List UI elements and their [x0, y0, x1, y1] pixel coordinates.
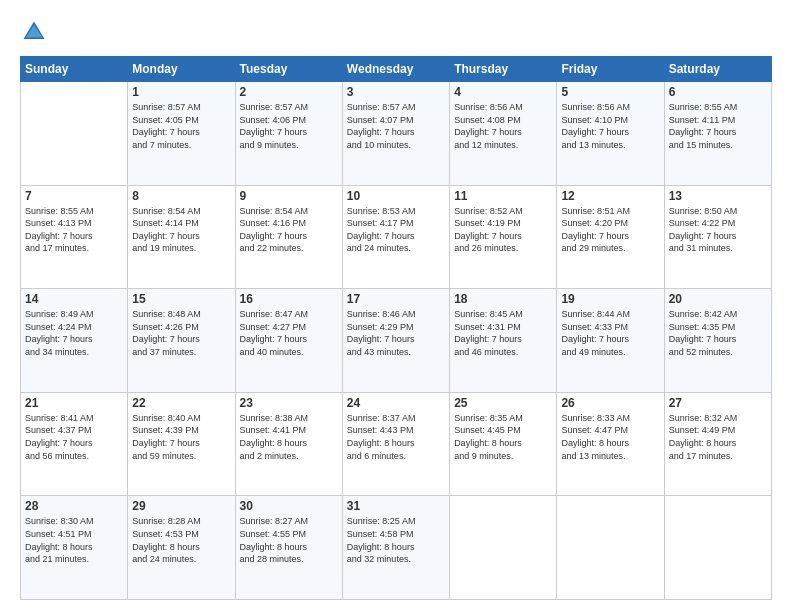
- calendar-cell: 8Sunrise: 8:54 AMSunset: 4:14 PMDaylight…: [128, 185, 235, 289]
- calendar-cell: 30Sunrise: 8:27 AMSunset: 4:55 PMDayligh…: [235, 496, 342, 600]
- calendar-cell: 26Sunrise: 8:33 AMSunset: 4:47 PMDayligh…: [557, 392, 664, 496]
- day-number: 15: [132, 292, 230, 306]
- day-info: Sunrise: 8:54 AMSunset: 4:14 PMDaylight:…: [132, 205, 230, 255]
- day-info: Sunrise: 8:55 AMSunset: 4:13 PMDaylight:…: [25, 205, 123, 255]
- calendar-cell: 12Sunrise: 8:51 AMSunset: 4:20 PMDayligh…: [557, 185, 664, 289]
- header-sunday: Sunday: [21, 57, 128, 82]
- day-info: Sunrise: 8:30 AMSunset: 4:51 PMDaylight:…: [25, 515, 123, 565]
- header-thursday: Thursday: [450, 57, 557, 82]
- day-number: 20: [669, 292, 767, 306]
- header-tuesday: Tuesday: [235, 57, 342, 82]
- week-row-3: 14Sunrise: 8:49 AMSunset: 4:24 PMDayligh…: [21, 289, 772, 393]
- day-number: 6: [669, 85, 767, 99]
- page: SundayMondayTuesdayWednesdayThursdayFrid…: [0, 0, 792, 612]
- day-info: Sunrise: 8:48 AMSunset: 4:26 PMDaylight:…: [132, 308, 230, 358]
- calendar-cell: 14Sunrise: 8:49 AMSunset: 4:24 PMDayligh…: [21, 289, 128, 393]
- calendar-cell: 18Sunrise: 8:45 AMSunset: 4:31 PMDayligh…: [450, 289, 557, 393]
- calendar-table: SundayMondayTuesdayWednesdayThursdayFrid…: [20, 56, 772, 600]
- day-info: Sunrise: 8:45 AMSunset: 4:31 PMDaylight:…: [454, 308, 552, 358]
- day-number: 23: [240, 396, 338, 410]
- calendar-cell: 11Sunrise: 8:52 AMSunset: 4:19 PMDayligh…: [450, 185, 557, 289]
- day-info: Sunrise: 8:53 AMSunset: 4:17 PMDaylight:…: [347, 205, 445, 255]
- day-info: Sunrise: 8:35 AMSunset: 4:45 PMDaylight:…: [454, 412, 552, 462]
- day-number: 1: [132, 85, 230, 99]
- day-number: 14: [25, 292, 123, 306]
- calendar-cell: [557, 496, 664, 600]
- day-number: 19: [561, 292, 659, 306]
- calendar-body: 1Sunrise: 8:57 AMSunset: 4:05 PMDaylight…: [21, 82, 772, 600]
- week-row-2: 7Sunrise: 8:55 AMSunset: 4:13 PMDaylight…: [21, 185, 772, 289]
- header-row: SundayMondayTuesdayWednesdayThursdayFrid…: [21, 57, 772, 82]
- day-number: 25: [454, 396, 552, 410]
- day-info: Sunrise: 8:49 AMSunset: 4:24 PMDaylight:…: [25, 308, 123, 358]
- day-number: 12: [561, 189, 659, 203]
- day-number: 26: [561, 396, 659, 410]
- calendar-cell: 21Sunrise: 8:41 AMSunset: 4:37 PMDayligh…: [21, 392, 128, 496]
- day-info: Sunrise: 8:41 AMSunset: 4:37 PMDaylight:…: [25, 412, 123, 462]
- day-info: Sunrise: 8:56 AMSunset: 4:10 PMDaylight:…: [561, 101, 659, 151]
- header-friday: Friday: [557, 57, 664, 82]
- week-row-5: 28Sunrise: 8:30 AMSunset: 4:51 PMDayligh…: [21, 496, 772, 600]
- day-info: Sunrise: 8:27 AMSunset: 4:55 PMDaylight:…: [240, 515, 338, 565]
- day-number: 22: [132, 396, 230, 410]
- logo-icon: [20, 18, 48, 46]
- day-info: Sunrise: 8:38 AMSunset: 4:41 PMDaylight:…: [240, 412, 338, 462]
- header: [20, 18, 772, 46]
- day-number: 27: [669, 396, 767, 410]
- day-info: Sunrise: 8:42 AMSunset: 4:35 PMDaylight:…: [669, 308, 767, 358]
- day-info: Sunrise: 8:28 AMSunset: 4:53 PMDaylight:…: [132, 515, 230, 565]
- day-info: Sunrise: 8:55 AMSunset: 4:11 PMDaylight:…: [669, 101, 767, 151]
- day-number: 17: [347, 292, 445, 306]
- calendar-cell: 25Sunrise: 8:35 AMSunset: 4:45 PMDayligh…: [450, 392, 557, 496]
- day-number: 18: [454, 292, 552, 306]
- calendar-cell: 20Sunrise: 8:42 AMSunset: 4:35 PMDayligh…: [664, 289, 771, 393]
- day-info: Sunrise: 8:54 AMSunset: 4:16 PMDaylight:…: [240, 205, 338, 255]
- calendar-cell: 5Sunrise: 8:56 AMSunset: 4:10 PMDaylight…: [557, 82, 664, 186]
- day-number: 4: [454, 85, 552, 99]
- calendar-cell: 10Sunrise: 8:53 AMSunset: 4:17 PMDayligh…: [342, 185, 449, 289]
- day-info: Sunrise: 8:51 AMSunset: 4:20 PMDaylight:…: [561, 205, 659, 255]
- calendar-cell: 3Sunrise: 8:57 AMSunset: 4:07 PMDaylight…: [342, 82, 449, 186]
- day-info: Sunrise: 8:46 AMSunset: 4:29 PMDaylight:…: [347, 308, 445, 358]
- calendar-cell: 13Sunrise: 8:50 AMSunset: 4:22 PMDayligh…: [664, 185, 771, 289]
- day-info: Sunrise: 8:57 AMSunset: 4:07 PMDaylight:…: [347, 101, 445, 151]
- day-info: Sunrise: 8:33 AMSunset: 4:47 PMDaylight:…: [561, 412, 659, 462]
- calendar-cell: 22Sunrise: 8:40 AMSunset: 4:39 PMDayligh…: [128, 392, 235, 496]
- day-info: Sunrise: 8:40 AMSunset: 4:39 PMDaylight:…: [132, 412, 230, 462]
- day-info: Sunrise: 8:25 AMSunset: 4:58 PMDaylight:…: [347, 515, 445, 565]
- calendar-cell: [664, 496, 771, 600]
- day-number: 13: [669, 189, 767, 203]
- logo: [20, 18, 52, 46]
- day-info: Sunrise: 8:44 AMSunset: 4:33 PMDaylight:…: [561, 308, 659, 358]
- day-info: Sunrise: 8:32 AMSunset: 4:49 PMDaylight:…: [669, 412, 767, 462]
- header-saturday: Saturday: [664, 57, 771, 82]
- calendar-cell: [450, 496, 557, 600]
- calendar-cell: 23Sunrise: 8:38 AMSunset: 4:41 PMDayligh…: [235, 392, 342, 496]
- day-number: 28: [25, 499, 123, 513]
- calendar-cell: 6Sunrise: 8:55 AMSunset: 4:11 PMDaylight…: [664, 82, 771, 186]
- day-info: Sunrise: 8:52 AMSunset: 4:19 PMDaylight:…: [454, 205, 552, 255]
- calendar-cell: 1Sunrise: 8:57 AMSunset: 4:05 PMDaylight…: [128, 82, 235, 186]
- calendar-cell: 28Sunrise: 8:30 AMSunset: 4:51 PMDayligh…: [21, 496, 128, 600]
- calendar-cell: 27Sunrise: 8:32 AMSunset: 4:49 PMDayligh…: [664, 392, 771, 496]
- day-info: Sunrise: 8:57 AMSunset: 4:06 PMDaylight:…: [240, 101, 338, 151]
- calendar-cell: 7Sunrise: 8:55 AMSunset: 4:13 PMDaylight…: [21, 185, 128, 289]
- calendar-cell: 2Sunrise: 8:57 AMSunset: 4:06 PMDaylight…: [235, 82, 342, 186]
- day-info: Sunrise: 8:37 AMSunset: 4:43 PMDaylight:…: [347, 412, 445, 462]
- week-row-4: 21Sunrise: 8:41 AMSunset: 4:37 PMDayligh…: [21, 392, 772, 496]
- day-number: 9: [240, 189, 338, 203]
- day-info: Sunrise: 8:47 AMSunset: 4:27 PMDaylight:…: [240, 308, 338, 358]
- header-monday: Monday: [128, 57, 235, 82]
- calendar-cell: 24Sunrise: 8:37 AMSunset: 4:43 PMDayligh…: [342, 392, 449, 496]
- day-number: 21: [25, 396, 123, 410]
- day-info: Sunrise: 8:57 AMSunset: 4:05 PMDaylight:…: [132, 101, 230, 151]
- calendar-cell: 15Sunrise: 8:48 AMSunset: 4:26 PMDayligh…: [128, 289, 235, 393]
- day-number: 30: [240, 499, 338, 513]
- day-number: 8: [132, 189, 230, 203]
- day-number: 10: [347, 189, 445, 203]
- day-number: 29: [132, 499, 230, 513]
- day-number: 3: [347, 85, 445, 99]
- day-number: 5: [561, 85, 659, 99]
- day-number: 24: [347, 396, 445, 410]
- day-info: Sunrise: 8:50 AMSunset: 4:22 PMDaylight:…: [669, 205, 767, 255]
